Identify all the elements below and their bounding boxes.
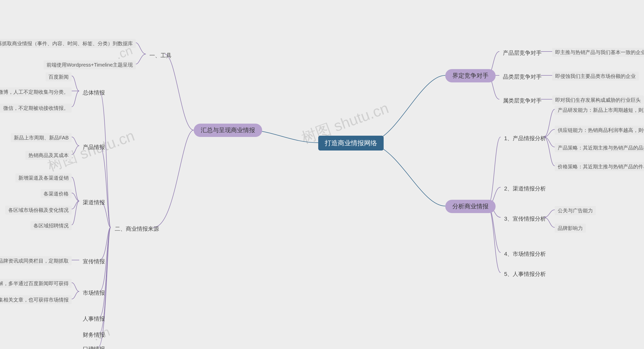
root-node[interactable]: 打造商业情报网络 (318, 136, 384, 151)
market-title[interactable]: 市场情报 (79, 288, 108, 298)
a3-title[interactable]: 3、宣传情报分析 (501, 214, 549, 224)
a5-title[interactable]: 5、人事情报分析 (501, 269, 549, 279)
right-bottom-node[interactable]: 分析商业情报 (445, 200, 496, 213)
comp-industry-title[interactable]: 属类层竞争对手 (499, 95, 545, 106)
overall-title[interactable]: 总体情报 (79, 87, 108, 98)
a2-title[interactable]: 2、渠道情报分析 (501, 183, 549, 194)
a1-leaf-a[interactable]: 产品研发能力：新品上市周期越短，则产品研发能力越强 (555, 106, 644, 115)
a3-leaf-a[interactable]: 公关与广告能力 (555, 206, 596, 215)
comp-product-desc[interactable]: 即主推与热销产品与我们基本一致的企业 (552, 48, 644, 57)
wom-title[interactable]: 口碑情报 (79, 344, 108, 349)
product-leaf-a[interactable]: 新品上市周期、新品FAB (11, 133, 72, 142)
channel-leaf-d[interactable]: 各区域招聘情况 (30, 221, 72, 230)
comp-industry-desc[interactable]: 即对我们生存发展构成威胁的行业巨头 (552, 95, 644, 105)
hr-title[interactable]: 人事情报 (79, 314, 108, 324)
market-leaf-b[interactable]: 行业网站，根据品牌关键词定期采集相关文章，也可获得市场情报 (0, 295, 72, 304)
comp-category-title[interactable]: 品类层竞争对手 (499, 72, 545, 82)
overall-leaf-a[interactable]: 百度新闻 (46, 72, 72, 81)
market-leaf-a[interactable]: 高管发言、营销拆解，多半通过百度新闻即可获得 (0, 279, 72, 288)
promo-title[interactable]: 宣传情报 (79, 256, 108, 267)
comp-product-title[interactable]: 产品层竞争对手 (499, 48, 545, 58)
a1-title[interactable]: 1、产品情报分析 (501, 133, 549, 144)
tools-title[interactable]: 一、工具 (146, 50, 175, 61)
right-top-node[interactable]: 界定竞争对手 (445, 69, 496, 82)
a4-title[interactable]: 4、市场情报分析 (501, 249, 549, 259)
comp-category-desc[interactable]: 即侵蚀我们主要品类市场份额的企业 (552, 72, 639, 81)
tool-leaf-frontend[interactable]: 前端使用Wordpress+Timeline主题呈现 (44, 60, 136, 69)
product-title[interactable]: 产品情报 (79, 142, 108, 153)
a1-leaf-d[interactable]: 价格策略：其近期主推与热销产品的件单价如何 (555, 162, 644, 171)
overall-leaf-c[interactable]: 订阅竞争对手EDM与电子杂志、微信，不定期被动接收情报。 (0, 104, 72, 113)
channel-leaf-c[interactable]: 各区域市场份额及变化情况 (5, 206, 72, 215)
channel-leaf-a[interactable]: 新增渠道及各渠道促销 (15, 173, 72, 182)
a3-leaf-b[interactable]: 品牌影响力 (555, 224, 586, 233)
left-main-node[interactable]: 汇总与呈现商业情报 (194, 124, 262, 137)
channel-leaf-b[interactable]: 各渠道价格 (41, 189, 72, 198)
finance-title[interactable]: 财务情报 (79, 330, 108, 340)
overall-leaf-b[interactable]: 订阅竞争对手官方微博，人工不定期收集与分类。 (0, 87, 72, 96)
sources-title[interactable]: 二、商业情报来源 (111, 224, 163, 234)
product-leaf-b[interactable]: 热销商品及其成本 (25, 151, 72, 160)
a1-leaf-b[interactable]: 供应链能力：热销商品利润率越高，则供应链能力与成本动因越强 (555, 126, 644, 135)
tool-leaf-backend[interactable]: 后端使用火车采集器抓取商业情报（事件、内容、时间、标签、分类）到数据库 (0, 39, 136, 48)
a1-leaf-c[interactable]: 产品策略：其近期主推与热销产品的品类、FAB有何共性 (555, 143, 644, 152)
channel-title[interactable]: 渠道情报 (79, 197, 108, 208)
promo-leaf-a[interactable]: 官网品牌资讯或同类栏目，定期抓取 (0, 256, 72, 265)
